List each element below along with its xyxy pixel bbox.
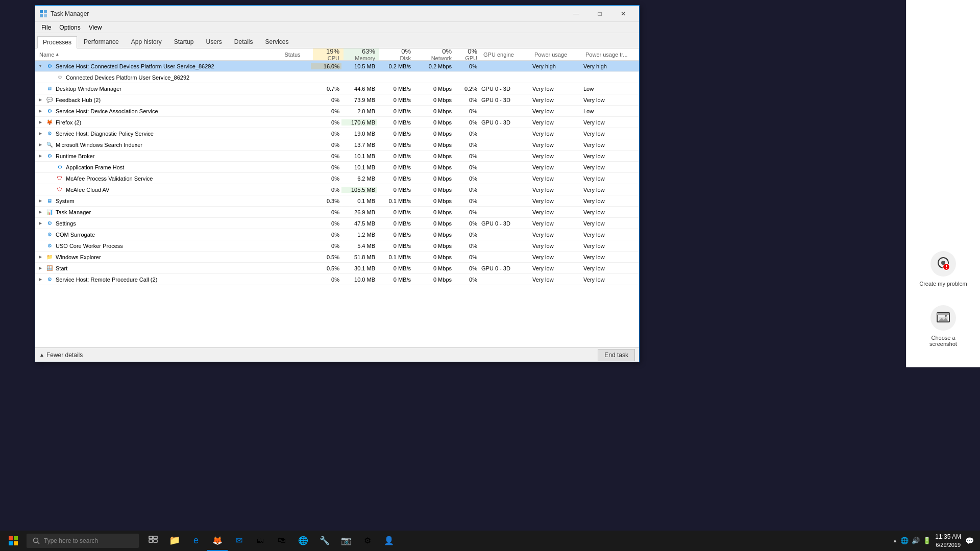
table-row[interactable]: ▶ ⚙ USO Core Worker Process 0% 5.4 MB 0 … (35, 240, 639, 252)
search-bar[interactable]: Type here to search (27, 534, 139, 548)
table-row[interactable]: ▶ ⚙ Runtime Broker 0% 10.1 MB 0 MB/s 0 M… (35, 151, 639, 162)
expand-icon[interactable]: ▶ (37, 153, 43, 159)
table-row[interactable]: ▶ 🔍 Microsoft Windows Search Indexer 0% … (35, 139, 639, 151)
table-row[interactable]: ▶ ⚙ Settings 0% 47.5 MB 0 MB/s 0 Mbps 0%… (35, 218, 639, 229)
expand-icon[interactable]: ▶ (37, 254, 43, 260)
taskbar-app-mail[interactable]: ✉ (229, 531, 249, 551)
tab-processes[interactable]: Processes (37, 36, 77, 48)
create-problem-button[interactable]: Create my problem (913, 246, 974, 292)
table-row[interactable]: ▶ 🛡 McAfee Cloud AV 0% 105.5 MB 0 MB/s 0… (35, 184, 639, 195)
process-icon: 🔍 (45, 141, 54, 149)
table-row[interactable]: ▶ 🖥 System 0.3% 0.1 MB 0.1 MB/s 0 Mbps 0… (35, 195, 639, 207)
svg-rect-11 (937, 313, 949, 315)
collapse-icon[interactable]: ▼ (37, 63, 43, 69)
taskbar-app-store[interactable]: 🛍 (272, 531, 292, 551)
cell-gpu: 0% (454, 187, 479, 193)
taskbar-app-firefox[interactable]: 🦊 (207, 531, 228, 551)
col-header-gpu[interactable]: 0% GPU (456, 48, 481, 60)
cell-disk: 0 MB/s (377, 220, 413, 227)
table-row[interactable]: ▶ 🦊 Firefox (2) 0% 170.6 MB 0 MB/s 0 Mbp… (35, 117, 639, 128)
cell-memory: 1.2 MB (341, 232, 377, 238)
taskbar-app-unknown2[interactable]: 🔧 (314, 531, 335, 551)
start-button[interactable] (2, 531, 24, 551)
tab-users[interactable]: Users (200, 36, 227, 48)
cell-name: ▶ 🦊 Firefox (2) (35, 118, 270, 127)
table-row[interactable]: ▼ ⚙ Service Host: Connected Devices Plat… (35, 61, 639, 72)
tab-app-history[interactable]: App history (126, 36, 167, 48)
col-header-disk[interactable]: 0% Disk (379, 48, 415, 60)
table-row[interactable]: ▶ ⚙ Service Host: Diagnostic Policy Serv… (35, 128, 639, 139)
table-row[interactable]: ▶ 📊 Task Manager 0% 26.9 MB 0 MB/s 0 Mbp… (35, 207, 639, 218)
table-row[interactable]: ▶ ⚙ Connected Devices Platform User Serv… (35, 72, 639, 83)
table-row[interactable]: ▶ ⚙ Service Host: Remote Procedure Call … (35, 274, 639, 285)
table-row[interactable]: ▶ 📁 Windows Explorer 0.5% 51.8 MB 0.1 MB… (35, 252, 639, 263)
process-name: McAfee Cloud AV (66, 187, 109, 193)
table-row[interactable]: ▶ ⚙ Application Frame Host 0% 10.1 MB 0 … (35, 162, 639, 173)
table-row[interactable]: ▶ ⚙ Service Host: Device Association Ser… (35, 106, 639, 117)
expand-icon[interactable]: ▶ (37, 277, 43, 283)
col-header-network[interactable]: 0% Network (415, 48, 456, 60)
table-row[interactable]: ▶ 💬 Feedback Hub (2) 0% 73.9 MB 0 MB/s 0… (35, 94, 639, 106)
col-header-memory[interactable]: 63% Memory (344, 48, 379, 60)
expand-icon[interactable]: ▶ (37, 108, 43, 114)
taskbar-app-unknown3[interactable]: 📷 (336, 531, 356, 551)
system-tray: ▲ 🌐 🔊 🔋 11:35 AM 6/29/2019 💬 (892, 533, 978, 548)
search-placeholder: Type here to search (44, 537, 98, 544)
taskbar-app-folder[interactable]: 🗂 (250, 531, 271, 551)
choose-screenshot-button[interactable]: Choose a screenshot (913, 300, 974, 352)
tray-expand[interactable]: ▲ (892, 538, 897, 543)
tab-details[interactable]: Details (229, 36, 259, 48)
task-manager-window: Task Manager — □ ✕ File Options View Pro… (35, 5, 640, 362)
tab-services[interactable]: Services (260, 36, 295, 48)
notification-icon[interactable]: 💬 (965, 537, 974, 545)
col-header-status[interactable]: Status (272, 48, 313, 60)
taskview-button[interactable] (143, 531, 163, 551)
cell-memory: 51.8 MB (341, 254, 377, 260)
cell-power: Very low (530, 254, 581, 260)
taskbar-app-unknown1[interactable]: 🌐 (293, 531, 313, 551)
tab-performance[interactable]: Performance (78, 36, 125, 48)
menu-file[interactable]: File (37, 23, 55, 32)
end-task-button[interactable]: End task (598, 349, 635, 361)
taskbar-app-edge[interactable]: e (186, 531, 206, 551)
svg-point-19 (34, 538, 38, 543)
cell-network: 0 Mbps (413, 142, 454, 148)
expand-icon[interactable]: ▶ (37, 220, 43, 227)
process-icon: ⚙ (45, 62, 54, 70)
fewer-details-button[interactable]: ▲ Fewer details (39, 352, 83, 359)
table-row[interactable]: ▶ 🛡 McAfee Process Validation Service 0%… (35, 173, 639, 184)
process-name: Connected Devices Platform User Service_… (66, 74, 189, 81)
col-header-gpu-engine[interactable]: GPU engine (481, 48, 532, 60)
col-header-power-trend[interactable]: Power usage tr... (583, 48, 639, 60)
taskbar-app-settings[interactable]: ⚙ (357, 531, 378, 551)
menu-options[interactable]: Options (55, 23, 84, 32)
system-clock[interactable]: 11:35 AM 6/29/2019 (935, 533, 961, 548)
cell-cpu: 0% (311, 187, 341, 193)
minimize-button[interactable]: — (565, 6, 588, 22)
table-row[interactable]: ▶ ⚙ COM Surrogate 0% 1.2 MB 0 MB/s 0 Mbp… (35, 229, 639, 240)
taskbar-app-fileexplorer[interactable]: 📁 (164, 531, 185, 551)
menu-view[interactable]: View (85, 23, 106, 32)
close-button[interactable]: ✕ (611, 6, 635, 22)
col-header-power[interactable]: Power usage (532, 48, 583, 60)
window-controls: — □ ✕ (565, 6, 635, 22)
expand-icon[interactable]: ▶ (37, 142, 43, 148)
expand-icon[interactable]: ▶ (37, 119, 43, 126)
tab-startup[interactable]: Startup (168, 36, 200, 48)
expand-icon[interactable]: ▶ (37, 131, 43, 137)
col-header-cpu[interactable]: 19% CPU (313, 48, 344, 60)
table-row[interactable]: ▶ 🖥 Desktop Window Manager 0.7% 44.6 MB … (35, 83, 639, 94)
process-list[interactable]: ▼ ⚙ Service Host: Connected Devices Plat… (35, 61, 639, 347)
expand-icon[interactable]: ▶ (37, 209, 43, 215)
expand-icon[interactable]: ▶ (37, 198, 43, 204)
tray-network[interactable]: 🌐 (900, 537, 909, 544)
cell-memory: 10.1 MB (341, 164, 377, 170)
expand-icon[interactable]: ▶ (37, 265, 43, 271)
col-header-name[interactable]: Name ▲ (37, 48, 272, 60)
expand-icon[interactable]: ▶ (37, 97, 43, 103)
tray-battery[interactable]: 🔋 (923, 537, 931, 544)
table-row[interactable]: ▶ 🪟 Start 0.5% 30.1 MB 0 MB/s 0 Mbps 0% … (35, 263, 639, 274)
tray-volume[interactable]: 🔊 (912, 537, 920, 544)
taskbar-app-users[interactable]: 👤 (379, 531, 399, 551)
maximize-button[interactable]: □ (588, 6, 611, 22)
